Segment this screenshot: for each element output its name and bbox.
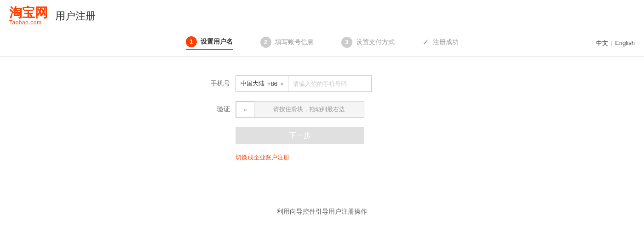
steps-container: 1 设置用户名 2 填写账号信息 3 设置支付方式 ✓ 注册成功 <box>9 36 635 50</box>
step-1-label: 设置用户名 <box>201 38 233 46</box>
step-1: 1 设置用户名 <box>186 36 233 50</box>
slider-handle[interactable]: » <box>236 102 254 117</box>
step-3-label: 设置支付方式 <box>356 38 395 46</box>
step-2: 2 填写账号信息 <box>260 37 314 50</box>
chevron-down-icon: ∨ <box>280 81 283 86</box>
phone-input-group: 中国大陆 +86 ∨ <box>236 75 372 92</box>
lang-chinese[interactable]: 中文 <box>596 39 608 47</box>
captcha-slider[interactable]: » 请按住滑块，拖动到最右边 <box>236 101 364 118</box>
phone-row: 手机号 中国大陆 +86 ∨ <box>207 75 437 92</box>
form-section: 手机号 中国大陆 +86 ∨ 验证 » 请按住滑块，拖动到最右边 下一 <box>207 75 437 162</box>
steps-bar: 1 设置用户名 2 填写账号信息 3 设置支付方式 ✓ 注册成功 中文 | En… <box>0 29 644 57</box>
next-row: 下一步 <box>207 127 437 144</box>
switch-account-link[interactable]: 切换成企业账户注册 <box>236 153 289 162</box>
logo-container: 淘宝网 Taobao.com <box>9 6 48 26</box>
footer-text: 利用向导控件引导用户注册操作 <box>0 208 644 216</box>
checkmark-icon: ✓ <box>422 37 429 47</box>
page-title: 用户注册 <box>55 9 96 23</box>
step-3: 3 设置支付方式 <box>341 37 395 50</box>
header: 淘宝网 Taobao.com 用户注册 <box>0 0 644 29</box>
captcha-hint: 请按住滑块，拖动到最右边 <box>254 105 364 113</box>
captcha-label: 验证 <box>207 105 230 113</box>
country-select[interactable]: 中国大陆 +86 ∨ <box>236 76 288 91</box>
logo-main: 淘宝网 <box>9 6 48 19</box>
step-2-number: 2 <box>260 37 271 48</box>
lang-english[interactable]: English <box>615 40 635 46</box>
step-4: ✓ 注册成功 <box>422 37 459 49</box>
step-2-label: 填写账号信息 <box>275 38 314 46</box>
captcha-row: 验证 » 请按住滑块，拖动到最右边 <box>207 101 437 118</box>
logo-sub: Taobao.com <box>9 19 41 26</box>
step-3-number: 3 <box>341 37 352 48</box>
switch-row: 切换成企业账户注册 <box>207 153 437 162</box>
main-content: 手机号 中国大陆 +86 ∨ 验证 » 请按住滑块，拖动到最右边 下一 <box>0 57 644 180</box>
step-1-number: 1 <box>186 36 197 47</box>
country-name: 中国大陆 <box>241 79 264 88</box>
country-code: +86 <box>267 80 277 87</box>
lang-divider: | <box>611 40 612 46</box>
phone-label: 手机号 <box>207 79 230 88</box>
step-4-label: 注册成功 <box>433 38 459 46</box>
lang-switcher: 中文 | English <box>596 39 635 47</box>
phone-number-input[interactable] <box>288 76 371 91</box>
next-button[interactable]: 下一步 <box>236 127 364 144</box>
slider-icon: » <box>243 106 247 113</box>
